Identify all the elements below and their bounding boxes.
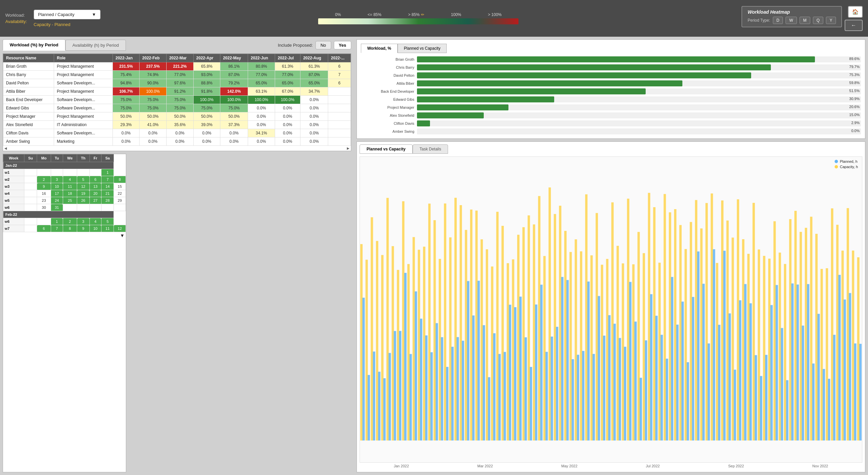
day-cell[interactable]: 10 <box>90 225 101 232</box>
day-cell[interactable]: 28 <box>101 197 114 204</box>
tab-availability[interactable]: Availability (h) by Period <box>65 40 126 51</box>
period-btn-d[interactable]: D <box>773 17 783 24</box>
day-cell[interactable] <box>63 204 77 211</box>
day-cell[interactable]: 12 <box>77 183 90 190</box>
svg-rect-102 <box>627 199 629 441</box>
period-btn-y[interactable]: Y <box>826 17 836 24</box>
scroll-row: ◀ ▶ <box>3 146 351 151</box>
day-cell[interactable]: 12 <box>114 225 126 232</box>
day-cell[interactable]: 2 <box>63 218 77 225</box>
proposed-yes-btn[interactable]: Yes <box>334 41 351 49</box>
day-cell[interactable] <box>37 169 51 176</box>
day-cell[interactable]: 9 <box>37 183 51 190</box>
day-cell[interactable]: 7 <box>51 225 63 232</box>
bar-tab-planned[interactable]: Planned vs Capacity <box>398 44 447 53</box>
day-cell[interactable] <box>51 169 63 176</box>
bar-track: 89.6% <box>417 56 861 62</box>
workload-dropdown[interactable]: Planned / Capacity ▼ <box>34 10 100 19</box>
bar-value: 79.7% <box>849 65 860 69</box>
day-cell[interactable]: 22 <box>114 190 126 197</box>
day-cell[interactable]: 15 <box>114 183 126 190</box>
day-cell[interactable]: 2 <box>37 176 51 183</box>
week-label: w1 <box>3 169 24 176</box>
scroll-left-icon[interactable]: ◀ <box>4 146 7 150</box>
day-cell[interactable]: 21 <box>101 190 114 197</box>
day-cell[interactable] <box>24 190 37 197</box>
day-cell[interactable]: 1 <box>101 169 114 176</box>
day-cell[interactable]: 11 <box>101 225 114 232</box>
day-cell[interactable] <box>90 204 101 211</box>
day-cell[interactable]: 19 <box>77 190 90 197</box>
tab-workload[interactable]: Workload (%) by Period <box>3 39 65 51</box>
period-btn-q[interactable]: Q <box>813 17 823 24</box>
day-cell[interactable]: 3 <box>51 176 63 183</box>
availability-value: Capacity - Planned <box>34 22 100 27</box>
day-cell[interactable]: 7 <box>101 176 114 183</box>
day-cell[interactable] <box>77 204 90 211</box>
day-cell[interactable]: 20 <box>90 190 101 197</box>
day-cell[interactable] <box>37 218 51 225</box>
svg-rect-165 <box>791 283 794 441</box>
day-cell[interactable] <box>24 183 37 190</box>
day-cell[interactable] <box>24 176 37 183</box>
day-cell[interactable]: 14 <box>101 183 114 190</box>
resource-name-cell: Brian Groth <box>3 62 54 71</box>
day-cell[interactable] <box>24 218 37 225</box>
day-cell[interactable] <box>24 169 37 176</box>
day-cell[interactable] <box>114 204 126 211</box>
svg-rect-126 <box>690 222 692 440</box>
day-cell[interactable]: 23 <box>37 197 51 204</box>
svg-rect-47 <box>483 325 485 441</box>
day-cell[interactable]: 3 <box>77 218 90 225</box>
day-cell[interactable]: 9 <box>77 225 90 232</box>
day-cell[interactable]: 8 <box>63 225 77 232</box>
value-cell <box>328 121 351 129</box>
day-cell[interactable]: 5 <box>77 176 90 183</box>
day-cell[interactable]: 16 <box>37 190 51 197</box>
chart-tab-planned[interactable]: Planned vs Capacity <box>360 144 413 154</box>
day-cell[interactable]: 24 <box>51 197 63 204</box>
day-cell[interactable]: 30 <box>37 204 51 211</box>
bar-tab-workload[interactable]: Workload, % <box>361 44 398 53</box>
day-cell[interactable]: 6 <box>37 225 51 232</box>
day-cell[interactable]: 26 <box>77 197 90 204</box>
day-cell[interactable]: 4 <box>90 218 101 225</box>
legend-100pct: 100% <box>451 12 461 17</box>
day-cell[interactable] <box>24 204 37 211</box>
day-cell[interactable]: 27 <box>90 197 101 204</box>
home-button[interactable]: 🏠 <box>848 6 863 18</box>
day-cell[interactable]: 4 <box>63 176 77 183</box>
day-cell[interactable] <box>77 169 90 176</box>
cal-scroll-down[interactable]: ▼ <box>120 233 125 238</box>
day-cell[interactable]: 11 <box>63 183 77 190</box>
day-cell[interactable]: 25 <box>63 197 77 204</box>
back-button[interactable]: ← <box>845 20 863 31</box>
svg-rect-181 <box>833 335 836 441</box>
role-cell: Project Management <box>54 88 113 96</box>
day-cell[interactable] <box>63 169 77 176</box>
proposed-no-btn[interactable]: No <box>315 41 331 49</box>
day-cell[interactable] <box>24 197 37 204</box>
day-cell[interactable]: 5 <box>101 218 114 225</box>
day-cell[interactable]: 17 <box>51 190 63 197</box>
pencil-icon[interactable]: ✏ <box>421 12 424 17</box>
period-btn-w[interactable]: W <box>785 17 797 24</box>
day-cell[interactable] <box>90 169 101 176</box>
chart-tab-tasks[interactable]: Task Details <box>413 144 448 154</box>
day-cell[interactable]: 29 <box>114 197 126 204</box>
period-btn-m[interactable]: M <box>800 17 810 24</box>
scroll-right-icon[interactable]: ▶ <box>347 146 349 150</box>
day-cell[interactable]: 13 <box>90 183 101 190</box>
day-cell[interactable]: 8 <box>114 176 126 183</box>
day-cell[interactable] <box>101 204 114 211</box>
svg-rect-32 <box>444 203 446 441</box>
calendar-tbody: Jan-22w11w22345678w39101112131415w416171… <box>3 162 126 232</box>
day-cell[interactable]: 6 <box>90 176 101 183</box>
day-cell[interactable] <box>24 225 37 232</box>
day-cell[interactable]: 10 <box>51 183 63 190</box>
day-cell[interactable]: 18 <box>63 190 77 197</box>
day-cell[interactable]: 31 <box>51 204 63 211</box>
svg-rect-107 <box>640 378 642 441</box>
day-cell[interactable]: 1 <box>51 218 63 225</box>
col-2022-may: 2022-May <box>220 54 248 62</box>
